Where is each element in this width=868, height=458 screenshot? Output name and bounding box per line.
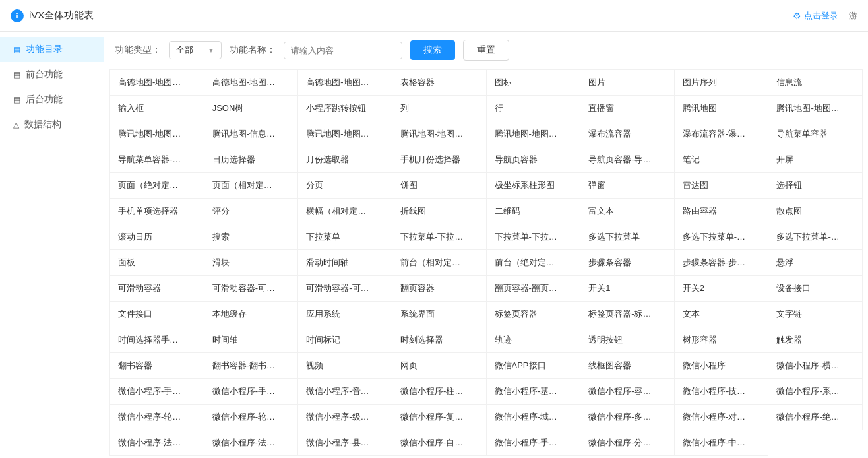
table-cell[interactable]: 图片 — [580, 70, 675, 96]
table-cell[interactable]: 标签页容器-标… — [580, 302, 675, 327]
table-cell[interactable]: 笔记 — [675, 147, 769, 173]
table-cell[interactable]: 微信小程序-多… — [580, 405, 675, 430]
table-cell[interactable]: 微信小程序-轮… — [204, 405, 299, 430]
table-cell[interactable]: 横幅（相对定… — [298, 199, 392, 224]
table-cell[interactable]: 行 — [487, 96, 581, 121]
table-cell[interactable]: 信息流 — [768, 70, 863, 96]
table-cell[interactable]: 瀑布流容器 — [580, 121, 675, 147]
table-cell[interactable]: 折线图 — [392, 199, 487, 224]
table-cell[interactable]: 滑动时间轴 — [298, 250, 392, 276]
table-cell[interactable]: 手机月份选择器 — [392, 147, 487, 173]
table-cell[interactable]: 多选下拉菜单-… — [675, 224, 769, 250]
table-cell[interactable]: 腾讯地图-信息… — [204, 121, 299, 147]
table-cell[interactable]: 直播窗 — [580, 96, 675, 121]
type-select[interactable]: 全部 ▼ — [169, 41, 222, 59]
table-cell[interactable]: 树形容器 — [675, 327, 769, 353]
table-cell[interactable]: 时间标记 — [298, 327, 392, 353]
table-cell[interactable]: 标签页容器 — [487, 302, 581, 327]
table-cell[interactable]: 评分 — [204, 199, 299, 224]
table-cell[interactable]: 微信小程序-基… — [487, 379, 581, 405]
table-cell[interactable]: 可滑动容器-可… — [204, 276, 299, 302]
table-cell[interactable]: 微信小程序-级… — [298, 405, 392, 430]
table-cell[interactable]: JSON树 — [204, 96, 299, 121]
table-cell[interactable]: 腾讯地图-地图… — [768, 96, 863, 121]
table-cell[interactable]: 微信小程序 — [675, 353, 769, 379]
table-cell[interactable]: 弹窗 — [580, 173, 675, 199]
table-cell[interactable]: 微信小程序-手… — [487, 430, 581, 456]
sidebar-item-backend[interactable]: ▤ 后台功能 — [0, 87, 104, 112]
table-cell[interactable]: 散点图 — [768, 199, 863, 224]
table-cell[interactable]: 开关2 — [675, 276, 769, 302]
table-cell[interactable]: 时间选择器手… — [110, 327, 204, 353]
table-cell[interactable]: 翻书容器-翻书… — [204, 353, 299, 379]
table-cell[interactable]: 腾讯地图-地图… — [487, 121, 581, 147]
table-cell[interactable]: 路由容器 — [675, 199, 769, 224]
table-cell[interactable]: 微信小程序-手… — [110, 379, 204, 405]
table-cell[interactable]: 瀑布流容器-瀑… — [675, 121, 769, 147]
table-cell[interactable]: 下拉菜单 — [298, 224, 392, 250]
table-cell[interactable]: 导航菜单容器-… — [110, 147, 204, 173]
table-cell[interactable]: 文件接口 — [110, 302, 204, 327]
table-cell[interactable]: 导航菜单容器 — [768, 121, 863, 147]
table-cell[interactable]: 微信小程序-复… — [392, 405, 487, 430]
table-cell[interactable]: 搜索 — [204, 224, 299, 250]
table-cell[interactable]: 选择钮 — [768, 173, 863, 199]
table-cell[interactable]: 触发器 — [768, 327, 863, 353]
table-cell[interactable]: 滑块 — [204, 250, 299, 276]
table-cell[interactable]: 微信小程序-法… — [110, 430, 204, 456]
table-cell[interactable]: 微信小程序-法… — [204, 430, 299, 456]
table-cell[interactable]: 微信小程序-手… — [204, 379, 299, 405]
table-cell[interactable]: 腾讯地图-地图… — [392, 121, 487, 147]
table-cell[interactable]: 微信小程序-音… — [298, 379, 392, 405]
table-cell[interactable]: 腾讯地图-地图… — [298, 121, 392, 147]
table-cell[interactable]: 微信小程序-柱… — [392, 379, 487, 405]
table-cell[interactable]: 微信小程序-对… — [675, 405, 769, 430]
table-cell[interactable]: 设备接口 — [768, 276, 863, 302]
table-cell[interactable]: 二维码 — [487, 199, 581, 224]
table-cell[interactable]: 悬浮 — [768, 250, 863, 276]
table-cell[interactable]: 微信小程序-自… — [392, 430, 487, 456]
user-avatar[interactable]: 游 — [849, 10, 857, 22]
table-cell[interactable]: 视频 — [298, 353, 392, 379]
table-cell[interactable]: 透明按钮 — [580, 327, 675, 353]
table-cell[interactable]: 微信小程序-轮… — [110, 405, 204, 430]
table-cell[interactable]: 文本 — [675, 302, 769, 327]
table-cell[interactable]: 手机单项选择器 — [110, 199, 204, 224]
table-cell[interactable]: 系统界面 — [392, 302, 487, 327]
table-cell[interactable]: 微信小程序-绝… — [768, 405, 863, 430]
table-cell[interactable]: 腾讯地图-地图… — [110, 121, 204, 147]
table-cell[interactable]: 面板 — [110, 250, 204, 276]
table-cell[interactable]: 本地缓存 — [204, 302, 299, 327]
sidebar-item-data[interactable]: △ 数据结构 — [0, 112, 104, 137]
table-cell[interactable]: 多选下拉菜单-… — [768, 224, 863, 250]
table-cell[interactable]: 下拉菜单-下拉… — [487, 224, 581, 250]
table-cell[interactable]: 腾讯地图 — [675, 96, 769, 121]
table-cell[interactable]: 饼图 — [392, 173, 487, 199]
table-cell[interactable]: 图片序列 — [675, 70, 769, 96]
table-cell[interactable]: 开屏 — [768, 147, 863, 173]
table-cell[interactable]: 微信小程序-城… — [487, 405, 581, 430]
table-cell[interactable]: 导航页容器 — [487, 147, 581, 173]
table-cell[interactable]: 翻书容器 — [110, 353, 204, 379]
table-cell[interactable]: 前台（绝对定… — [487, 250, 581, 276]
table-cell[interactable]: 高德地图-地图… — [298, 70, 392, 96]
table-cell[interactable]: 时刻选择器 — [392, 327, 487, 353]
table-cell[interactable]: 页面（绝对定… — [110, 173, 204, 199]
table-cell[interactable]: 翻页容器 — [392, 276, 487, 302]
table-cell[interactable]: 开关1 — [580, 276, 675, 302]
table-cell[interactable]: 微信小程序-中… — [675, 430, 769, 456]
sidebar-item-catalog[interactable]: ▤ 功能目录 — [0, 37, 104, 62]
table-cell[interactable]: 分页 — [298, 173, 392, 199]
login-button[interactable]: ⚙ 点击登录 — [793, 10, 838, 22]
table-cell[interactable]: 页面（相对定… — [204, 173, 299, 199]
table-cell[interactable]: 列 — [392, 96, 487, 121]
table-cell[interactable]: 轨迹 — [487, 327, 581, 353]
table-cell[interactable]: 微信小程序-横… — [768, 353, 863, 379]
table-cell[interactable]: 下拉菜单-下拉… — [392, 224, 487, 250]
table-cell[interactable]: 月份选取器 — [298, 147, 392, 173]
table-cell[interactable]: 步骤条容器-步… — [675, 250, 769, 276]
table-cell[interactable]: 微信APP接口 — [487, 353, 581, 379]
table-cell[interactable]: 雷达图 — [675, 173, 769, 199]
table-cell[interactable]: 导航页容器-导… — [580, 147, 675, 173]
table-cell[interactable]: 表格容器 — [392, 70, 487, 96]
